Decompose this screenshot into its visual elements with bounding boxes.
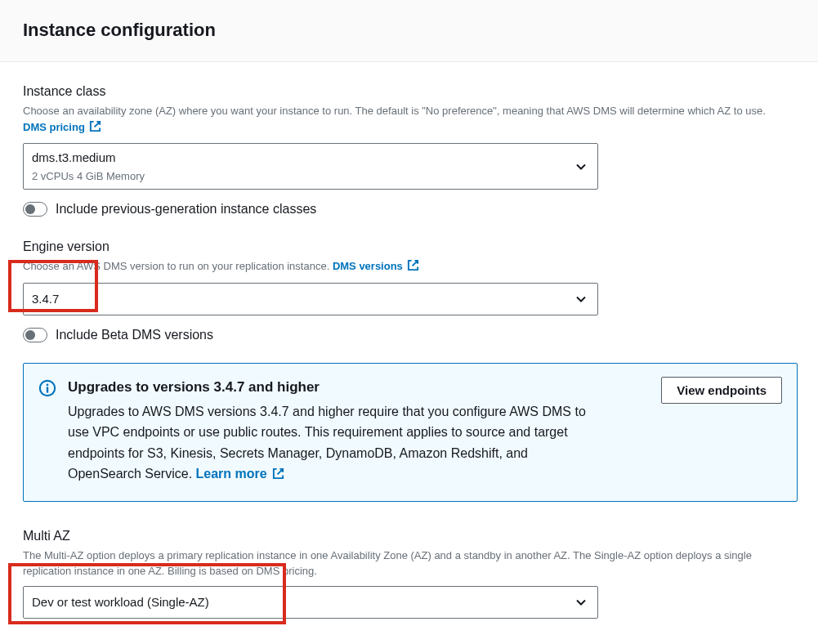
prev-gen-toggle[interactable] bbox=[23, 202, 47, 217]
page-title: Instance configuration bbox=[23, 16, 795, 43]
multi-az-selected: Dev or test workload (Single-AZ) bbox=[32, 593, 568, 612]
engine-version-selected: 3.4.7 bbox=[32, 290, 568, 309]
multi-az-description: The Multi-AZ option deploys a primary re… bbox=[23, 548, 795, 579]
dms-versions-link-text: DMS versions bbox=[333, 260, 403, 272]
dms-pricing-link[interactable]: DMS pricing bbox=[23, 121, 101, 133]
instance-class-label: Instance class bbox=[23, 82, 795, 101]
chevron-down-icon bbox=[576, 290, 586, 307]
prev-gen-toggle-label: Include previous-generation instance cla… bbox=[56, 199, 316, 219]
instance-class-select[interactable]: dms.t3.medium 2 vCPUs 4 GiB Memory bbox=[23, 143, 598, 190]
engine-version-select[interactable]: 3.4.7 bbox=[23, 283, 598, 316]
svg-rect-2 bbox=[47, 387, 48, 392]
multi-az-field: Multi AZ The Multi-AZ option deploys a p… bbox=[23, 526, 795, 619]
learn-more-text: Learn more bbox=[196, 467, 267, 481]
prev-gen-toggle-row: Include previous-generation instance cla… bbox=[23, 199, 795, 219]
multi-az-label: Multi AZ bbox=[23, 526, 795, 546]
chevron-down-icon bbox=[576, 594, 586, 611]
svg-point-1 bbox=[47, 384, 49, 387]
chevron-down-icon bbox=[576, 158, 586, 175]
dms-pricing-link-text: DMS pricing bbox=[23, 121, 85, 133]
beta-toggle-label: Include Beta DMS versions bbox=[56, 325, 213, 345]
external-link-icon bbox=[272, 465, 284, 486]
panel-header: Instance configuration bbox=[0, 0, 818, 62]
external-link-icon bbox=[89, 120, 101, 137]
engine-version-description-text: Choose an AWS DMS version to run on your… bbox=[23, 260, 333, 272]
alert-text: Upgrades to AWS DMS versions 3.4.7 and h… bbox=[68, 401, 591, 486]
alert-title: Upgrades to versions 3.4.7 and higher bbox=[68, 377, 650, 398]
info-icon bbox=[38, 379, 56, 402]
panel-content: Instance class Choose an availability zo… bbox=[0, 62, 818, 644]
engine-version-label: Engine version bbox=[23, 237, 795, 257]
engine-version-field: Engine version Choose an AWS DMS version… bbox=[23, 237, 795, 345]
instance-class-field: Instance class Choose an availability zo… bbox=[23, 82, 795, 219]
upgrade-info-alert: Upgrades to versions 3.4.7 and higher Up… bbox=[23, 363, 798, 502]
dms-versions-link[interactable]: DMS versions bbox=[333, 260, 420, 272]
multi-az-select[interactable]: Dev or test workload (Single-AZ) bbox=[23, 586, 598, 619]
beta-toggle-row: Include Beta DMS versions bbox=[23, 325, 795, 345]
alert-body-text: Upgrades to AWS DMS versions 3.4.7 and h… bbox=[68, 405, 586, 481]
instance-class-selected-spec: 2 vCPUs 4 GiB Memory bbox=[32, 168, 568, 185]
learn-more-link[interactable]: Learn more bbox=[196, 467, 285, 481]
beta-toggle[interactable] bbox=[23, 328, 47, 342]
instance-class-description-text: Choose an availability zone (AZ) where y… bbox=[23, 105, 766, 117]
view-endpoints-button[interactable]: View endpoints bbox=[661, 377, 782, 404]
external-link-icon bbox=[407, 259, 419, 276]
instance-class-selected: dms.t3.medium bbox=[32, 149, 568, 168]
instance-class-description: Choose an availability zone (AZ) where y… bbox=[23, 103, 775, 136]
engine-version-description: Choose an AWS DMS version to run on your… bbox=[23, 258, 775, 276]
